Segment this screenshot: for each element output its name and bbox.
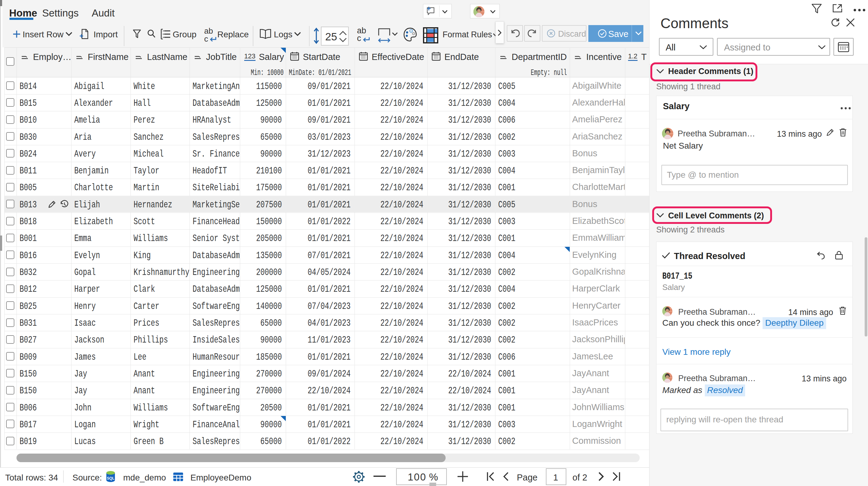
svg-text:SQL: SQL — [107, 476, 115, 481]
